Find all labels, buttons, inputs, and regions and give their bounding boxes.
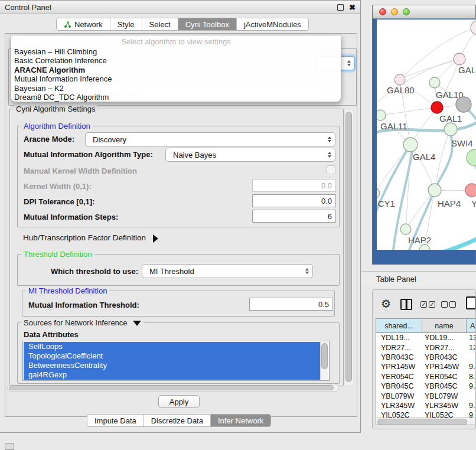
network-node-gal1[interactable] bbox=[431, 102, 443, 113]
kernel-width-label: Kernel Width (0,1): bbox=[24, 182, 92, 191]
table-cell: YBL079W bbox=[422, 391, 467, 400]
aracne-mode-combo[interactable]: Discovery bbox=[85, 132, 335, 146]
float-window-icon[interactable] bbox=[337, 4, 344, 11]
tab-jactivemnodules[interactable]: jActiveMNodules bbox=[237, 18, 308, 30]
algorithm-dropdown-items: Bayesian – Hill ClimbingBasic Correlatio… bbox=[11, 47, 341, 102]
network-node-gal10[interactable] bbox=[429, 77, 440, 88]
dpi-tolerance-field[interactable]: 0.0 bbox=[252, 194, 336, 207]
network-node-swi4[interactable] bbox=[444, 123, 457, 136]
network-node-label: GAL bbox=[458, 65, 476, 75]
mi-type-label: Mutual Information Algorithm Type: bbox=[24, 150, 153, 159]
data-attribute-item[interactable]: gal4RGexp bbox=[24, 370, 321, 380]
network-node-hap4[interactable] bbox=[428, 184, 441, 197]
tab-style[interactable]: Style bbox=[110, 18, 142, 30]
network-node[interactable] bbox=[471, 21, 476, 35]
document-icon[interactable] bbox=[466, 296, 476, 309]
dpi-tolerance-value: 0.0 bbox=[321, 197, 332, 206]
hub-definition-expander[interactable]: Hub/Transcription Factor Definition bbox=[23, 233, 158, 243]
network-node-gal[interactable] bbox=[454, 53, 465, 65]
table-column-header[interactable]: name bbox=[422, 319, 467, 333]
network-node-gcy1[interactable] bbox=[377, 188, 380, 198]
tab-label: Style bbox=[118, 20, 135, 29]
network-node-gal80[interactable] bbox=[395, 74, 405, 85]
close-traffic-light-icon[interactable] bbox=[379, 8, 386, 15]
network-node-label: HAP4 bbox=[438, 198, 461, 208]
which-threshold-value: MI Threshold bbox=[149, 267, 305, 276]
table-panel-frame: ⚙ ✓✓ shared...nameA YDL19...YDL19...13YD… bbox=[372, 289, 476, 429]
table-column-header[interactable]: shared... bbox=[376, 319, 422, 333]
table-cell: YBR045C bbox=[376, 381, 422, 391]
settings-horizontal-scrollbar[interactable] bbox=[7, 384, 339, 392]
table-row[interactable]: YLR345WYLR345W9. bbox=[376, 401, 476, 410]
columns-icon[interactable] bbox=[400, 299, 412, 310]
list-scrollbar-thumb[interactable] bbox=[321, 343, 328, 369]
tab-label: Network bbox=[74, 20, 103, 29]
data-attribute-item[interactable]: TopologicalCoefficient bbox=[24, 351, 321, 361]
list-vertical-scrollbar[interactable] bbox=[320, 342, 328, 380]
settings-vscrollbar-thumb[interactable] bbox=[345, 112, 352, 382]
network-canvas[interactable]: GALGAL80GAL10GAL1GAL11SWI4GAL4GCY1HAP4YH… bbox=[377, 19, 476, 250]
algorithm-option[interactable]: Mutual Information Inference bbox=[11, 74, 341, 83]
table-row[interactable]: YER054CYER054C8. bbox=[376, 372, 476, 381]
table-panel-title: Table Panel bbox=[376, 275, 416, 283]
panel-dock-icon[interactable] bbox=[5, 443, 14, 450]
table-column-header[interactable]: A bbox=[467, 319, 476, 333]
table-row[interactable]: YDL19...YDL19...13 bbox=[376, 333, 476, 343]
deselect-all-checkboxes-icon[interactable] bbox=[441, 301, 456, 308]
mi-type-combo[interactable]: Naive Bayes bbox=[165, 148, 335, 162]
algorithm-option[interactable]: Bayesian – K2 bbox=[11, 84, 341, 93]
select-all-checkboxes-icon[interactable]: ✓✓ bbox=[420, 301, 435, 308]
minimize-traffic-light-icon[interactable] bbox=[391, 8, 398, 15]
gear-icon[interactable]: ⚙ bbox=[381, 298, 391, 309]
apply-button[interactable]: Apply bbox=[158, 395, 200, 408]
network-node-hap2[interactable] bbox=[400, 224, 411, 234]
network-node[interactable] bbox=[467, 149, 476, 166]
table-row[interactable]: YDR27...YDR27...12 bbox=[376, 343, 476, 352]
kernel-width-field[interactable]: 0.0 bbox=[252, 179, 336, 192]
table-header-row: shared...nameA bbox=[376, 319, 476, 333]
zoom-traffic-light-icon[interactable] bbox=[403, 8, 410, 15]
network-node-label: GAL80 bbox=[387, 85, 415, 95]
bottom-tab-infer-network[interactable]: Infer Network bbox=[211, 415, 270, 426]
aracne-mode-value: Discovery bbox=[93, 135, 328, 144]
tab-network[interactable]: Network bbox=[57, 18, 110, 30]
tab-select[interactable]: Select bbox=[142, 18, 178, 30]
table-horizontal-scrollbar[interactable] bbox=[376, 418, 475, 425]
data-attribute-item[interactable]: SelfLoops bbox=[24, 342, 321, 351]
data-attribute-item[interactable]: BetweennessCentrality bbox=[24, 361, 321, 370]
network-node-gal4[interactable] bbox=[403, 138, 418, 152]
manual-kernel-checkbox[interactable] bbox=[327, 165, 335, 174]
network-edge bbox=[435, 129, 451, 190]
algorithm-option[interactable]: ARACNE Algorithm bbox=[11, 66, 341, 74]
network-window-titlebar[interactable] bbox=[373, 5, 475, 19]
sources-title-row[interactable]: Sources for Network Inference bbox=[21, 318, 144, 327]
network-node[interactable] bbox=[456, 97, 471, 112]
mi-steps-value: 6 bbox=[328, 212, 332, 221]
table-cell: YDL19... bbox=[376, 333, 422, 343]
algorithm-option[interactable]: Basic Correlation Inference bbox=[11, 56, 341, 65]
table-row[interactable]: YBL079WYBL079W bbox=[376, 391, 476, 400]
control-panel-titlebar: Control Panel ✖ bbox=[0, 1, 360, 14]
bottom-tab-impute-data[interactable]: Impute Data bbox=[87, 415, 144, 426]
network-node-y[interactable] bbox=[465, 184, 476, 197]
settings-vertical-scrollbar[interactable] bbox=[345, 110, 353, 385]
table-row[interactable]: YPR145WYPR145W9. bbox=[376, 362, 476, 371]
settings-hscrollbar-thumb[interactable] bbox=[9, 385, 334, 390]
data-attributes-listbox: SelfLoopsTopologicalCoefficientBetweenne… bbox=[22, 341, 330, 381]
kernel-width-value: 0.0 bbox=[321, 181, 332, 190]
network-node-label: HAP2 bbox=[408, 235, 431, 245]
network-node-gal11[interactable] bbox=[377, 110, 386, 120]
table-hscrollbar-thumb[interactable] bbox=[377, 419, 467, 425]
close-icon[interactable]: ✖ bbox=[349, 5, 356, 10]
table-row[interactable]: YBR043CYBR043C bbox=[376, 353, 476, 362]
tab-cyni-toolbox[interactable]: Cyni Toolbox bbox=[178, 18, 237, 30]
which-threshold-combo[interactable]: MI Threshold bbox=[142, 264, 313, 278]
table-row[interactable]: YBR045CYBR045C9. bbox=[376, 381, 476, 391]
screenshot-root: Control Panel ✖ NetworkStyleSelectCyni T… bbox=[0, 0, 476, 450]
bottom-tab-discretize-data[interactable]: Discretize Data bbox=[144, 415, 211, 426]
algorithm-option[interactable]: Bayesian – Hill Climbing bbox=[11, 47, 341, 56]
mi-threshold-field[interactable]: 0.5 bbox=[249, 298, 333, 311]
algorithm-option[interactable]: Dream8 DC_TDC Algorithm bbox=[11, 93, 341, 102]
table-cell: YBR043C bbox=[422, 353, 467, 362]
mi-steps-field[interactable]: 6 bbox=[252, 210, 336, 223]
